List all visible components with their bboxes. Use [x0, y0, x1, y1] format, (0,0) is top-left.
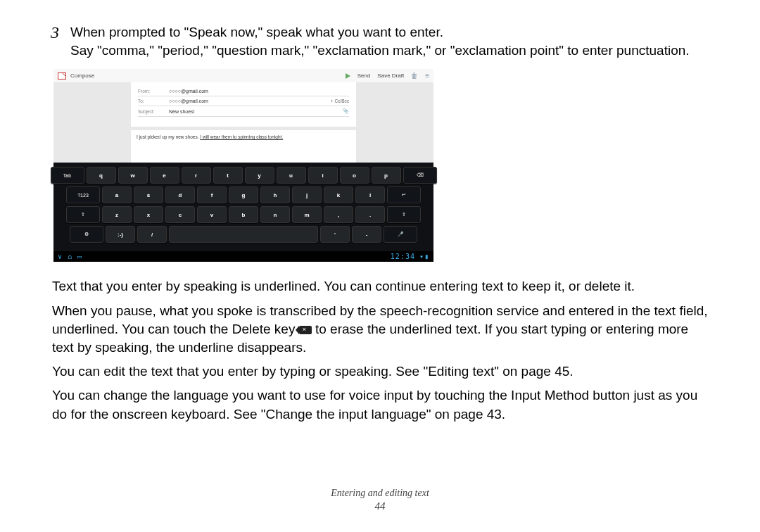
key-i[interactable]: i	[308, 167, 338, 184]
email-panel: From: ○○○○@gmail.com To: ○○○○@gmail.com …	[131, 82, 356, 127]
section-title: Entering and editing text	[0, 488, 760, 499]
key-shift-right[interactable]: ⇧	[387, 206, 421, 223]
tablet-screenshot: Compose Send Save Draft 🗑 ≡ From: ○○○○@g…	[53, 69, 433, 262]
send-button[interactable]: Send	[357, 72, 371, 79]
key-settings[interactable]: ⚙	[70, 226, 103, 243]
key-r[interactable]: r	[182, 167, 211, 184]
key-u[interactable]: u	[277, 167, 306, 184]
key-x[interactable]: x	[134, 206, 163, 223]
key-p[interactable]: p	[372, 167, 401, 184]
para-3: You can edit the text that you enter by …	[52, 362, 709, 381]
key-o[interactable]: o	[340, 167, 369, 184]
recent-icon[interactable]: ▭	[77, 253, 82, 260]
key-b[interactable]: b	[229, 206, 258, 223]
key-s[interactable]: s	[134, 186, 163, 203]
key-f[interactable]: f	[197, 186, 227, 203]
clock: 12:34	[391, 253, 415, 260]
from-value: ○○○○@gmail.com	[169, 89, 349, 94]
system-bar: ∨ ⌂ ▭ 12:34 ▾▮	[53, 251, 433, 262]
to-label: To:	[138, 99, 162, 103]
key-apostrophe[interactable]: '	[320, 226, 350, 243]
para-2: When you pause, what you spoke is transc…	[52, 302, 709, 357]
body-plain: I just picked up my new shoes.	[137, 134, 200, 139]
back-icon[interactable]: ∨	[58, 253, 62, 260]
menu-icon[interactable]: ≡	[425, 72, 429, 80]
send-icon[interactable]	[346, 73, 350, 79]
key-h[interactable]: h	[260, 186, 290, 203]
from-label: From:	[138, 89, 162, 94]
attachment-icon[interactable]: 📎	[343, 108, 349, 114]
step-line-1: When prompted to "Speak now," speak what…	[70, 25, 443, 39]
key-m[interactable]: m	[292, 206, 322, 223]
save-draft-button[interactable]: Save Draft	[377, 72, 404, 79]
key-enter[interactable]: ↵	[387, 186, 421, 203]
key-slash[interactable]: /	[137, 226, 167, 243]
key-c[interactable]: c	[165, 206, 195, 223]
key-comma[interactable]: ,	[324, 206, 353, 223]
home-icon[interactable]: ⌂	[68, 253, 72, 260]
key-a[interactable]: a	[102, 186, 132, 203]
key-w[interactable]: w	[118, 167, 148, 184]
page-number: 44	[0, 500, 760, 512]
key-n[interactable]: n	[260, 206, 290, 223]
key-l[interactable]: l	[355, 186, 385, 203]
key-q[interactable]: q	[87, 167, 116, 184]
step-line-2: Say "comma," "period," "question mark," …	[70, 43, 690, 58]
email-body[interactable]: I just picked up my new shoes. I will we…	[131, 130, 356, 163]
key-k[interactable]: k	[324, 186, 353, 203]
para-1: Text that you enter by speaking is under…	[52, 277, 709, 296]
subject-label: Subject:	[138, 109, 162, 114]
page-footer: Entering and editing text 44	[0, 488, 760, 512]
key-dash[interactable]: -	[352, 226, 381, 243]
para-4: You can change the language you want to …	[52, 386, 709, 423]
onscreen-keyboard: Tab q w e r t y u i o p ⌫ ?123 a s d f g…	[53, 163, 433, 251]
wifi-icon: ▾▮	[419, 253, 429, 260]
body-underlined: I will wear them to spinning class tonig…	[200, 134, 283, 139]
key-d[interactable]: d	[165, 186, 195, 203]
gmail-icon	[58, 72, 66, 80]
key-tab[interactable]: Tab	[51, 167, 84, 184]
key-period[interactable]: .	[355, 206, 385, 223]
key-v[interactable]: v	[197, 206, 227, 223]
compose-toolbar: Compose Send Save Draft 🗑 ≡	[53, 69, 433, 82]
key-smiley[interactable]: :-)	[106, 226, 135, 243]
trash-icon[interactable]: 🗑	[411, 72, 418, 80]
key-shift-left[interactable]: ⇧	[66, 206, 100, 223]
body-paragraphs: Text that you enter by speaking is under…	[51, 277, 709, 424]
cc-bcc-button[interactable]: + Cc/Bcc	[331, 99, 349, 103]
key-mic[interactable]: 🎤	[384, 226, 417, 243]
to-field[interactable]: ○○○○@gmail.com	[169, 99, 324, 103]
key-symbols[interactable]: ?123	[66, 186, 100, 203]
key-e[interactable]: e	[150, 167, 179, 184]
key-z[interactable]: z	[102, 206, 132, 223]
key-g[interactable]: g	[229, 186, 258, 203]
step-body: When prompted to "Speak now," speak what…	[68, 23, 690, 59]
key-j[interactable]: j	[292, 186, 322, 203]
key-t[interactable]: t	[213, 167, 243, 184]
key-y[interactable]: y	[245, 167, 274, 184]
step-number: 3	[51, 23, 68, 59]
key-backspace[interactable]: ⌫	[403, 167, 437, 184]
delete-key-icon	[299, 326, 312, 334]
subject-field[interactable]: New shoes!	[169, 109, 336, 114]
compose-label: Compose	[70, 72, 94, 79]
key-space[interactable]	[169, 226, 318, 243]
